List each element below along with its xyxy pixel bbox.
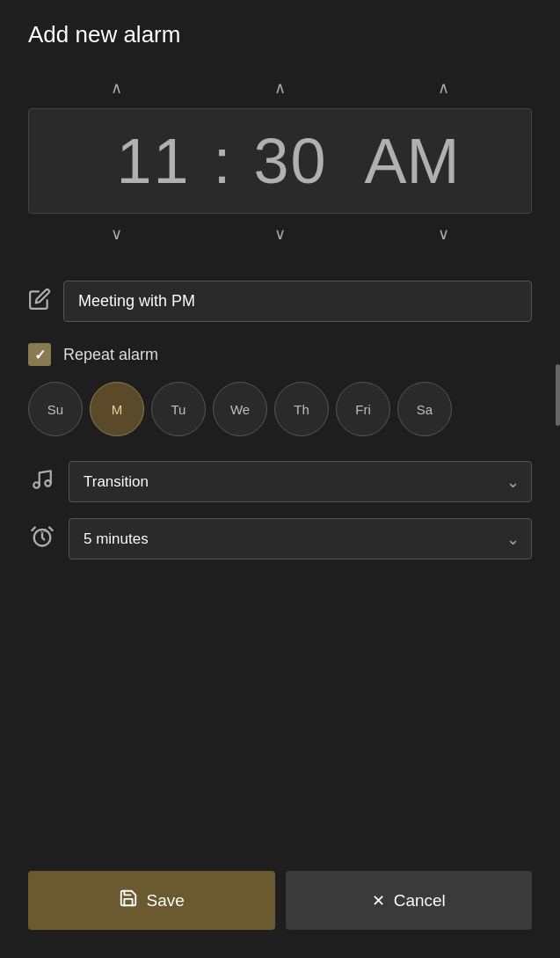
day-saturday-button[interactable]: Sa: [397, 382, 452, 436]
snooze-select-wrapper: 5 minutes 10 minutes 15 minutes 20 minut…: [69, 518, 532, 559]
page-title: Add new alarm: [28, 21, 532, 48]
svg-text:ZZ: ZZ: [40, 528, 47, 533]
scrollbar-indicator[interactable]: [556, 364, 560, 426]
minute-down-button[interactable]: ∨: [253, 219, 307, 249]
time-picker: ∧ ∧ ∧ 11 : 30 AM ∨ ∨ ∨: [28, 73, 532, 249]
bottom-buttons-row: Save ✕ Cancel: [28, 871, 532, 930]
cancel-button[interactable]: ✕ Cancel: [286, 871, 533, 930]
chevron-up-icon: ∧: [111, 78, 122, 98]
repeat-alarm-checkbox[interactable]: ✓: [28, 343, 51, 366]
repeat-alarm-label: Repeat alarm: [63, 346, 158, 364]
save-button[interactable]: Save: [28, 871, 275, 930]
alarm-name-input[interactable]: [63, 281, 532, 322]
ampm-up-button[interactable]: ∧: [417, 73, 470, 103]
ampm-down-button[interactable]: ∨: [417, 219, 470, 249]
chevron-down-icon: ∨: [111, 224, 122, 244]
save-button-label: Save: [147, 891, 185, 910]
minute-up-button[interactable]: ∧: [253, 73, 307, 103]
day-wednesday-button[interactable]: We: [213, 382, 267, 436]
day-monday-button[interactable]: M: [90, 382, 144, 436]
close-icon: ✕: [372, 891, 385, 910]
snooze-icon: ZZ: [28, 524, 56, 554]
repeat-alarm-row: ✓ Repeat alarm: [28, 343, 532, 366]
time-hour[interactable]: 11: [100, 125, 206, 197]
svg-point-0: [33, 482, 40, 488]
time-minute[interactable]: 30: [238, 125, 344, 197]
snooze-select[interactable]: 5 minutes 10 minutes 15 minutes 20 minut…: [69, 518, 532, 559]
music-icon: [28, 468, 56, 496]
time-ampm[interactable]: AM: [365, 125, 460, 197]
day-thursday-button[interactable]: Th: [274, 382, 329, 436]
chevron-down-icon: ∨: [274, 224, 286, 244]
days-of-week-row: Su M Tu We Th Fri Sa: [28, 382, 532, 436]
checkmark-icon: ✓: [34, 347, 46, 363]
snooze-option-row: ZZ 5 minutes 10 minutes 15 minutes 20 mi…: [28, 518, 532, 559]
sound-select[interactable]: Transition Chimes Xylophone Alarm Buzz: [69, 461, 532, 502]
edit-icon: [28, 288, 51, 316]
day-tuesday-button[interactable]: Tu: [151, 382, 206, 436]
chevron-down-icon: ∨: [438, 224, 449, 244]
svg-point-1: [45, 480, 51, 486]
day-friday-button[interactable]: Fri: [336, 382, 390, 436]
hour-down-button[interactable]: ∨: [90, 219, 143, 249]
sound-option-row: Transition Chimes Xylophone Alarm Buzz ⌄: [28, 461, 532, 502]
time-up-arrows-row: ∧ ∧ ∧: [28, 73, 532, 103]
time-colon: :: [213, 129, 230, 193]
cancel-button-label: Cancel: [394, 891, 446, 910]
chevron-up-icon: ∧: [438, 78, 449, 98]
hour-up-button[interactable]: ∧: [90, 73, 143, 103]
alarm-name-row: [28, 281, 532, 322]
day-sunday-button[interactable]: Su: [28, 382, 83, 436]
time-display: 11 : 30 AM: [28, 108, 532, 214]
add-alarm-page: Add new alarm ∧ ∧ ∧ 11 : 30 AM ∨: [0, 0, 560, 958]
time-down-arrows-row: ∨ ∨ ∨: [28, 219, 532, 249]
save-icon: [119, 889, 138, 912]
sound-select-wrapper: Transition Chimes Xylophone Alarm Buzz ⌄: [69, 461, 532, 502]
chevron-up-icon: ∧: [274, 78, 286, 98]
